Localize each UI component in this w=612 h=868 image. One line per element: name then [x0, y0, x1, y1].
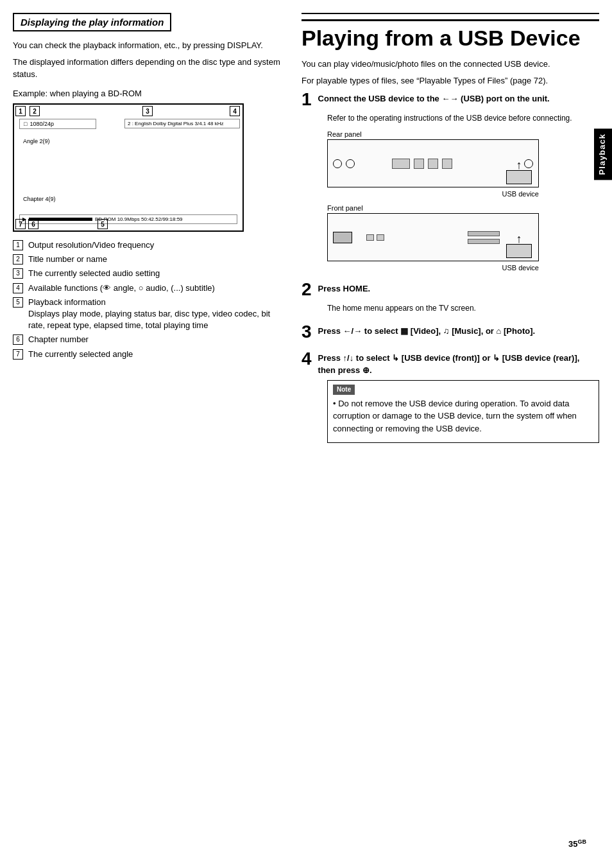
note-text: • Do not remove the USB device during op… [333, 397, 593, 435]
badge-7: 7 [15, 219, 26, 229]
badge-3: 3 [142, 106, 153, 116]
port-4 [442, 159, 452, 169]
item-badge-6: 6 [13, 334, 23, 345]
progress-text: BD-ROM 10.9Mbps 50:42.52/99:18:59 [95, 216, 183, 222]
front-port-3 [377, 234, 384, 241]
left-para2: The displayed information differs depend… [13, 56, 282, 81]
badge-2: 2 [30, 106, 40, 116]
badge-1: 1 [15, 106, 26, 116]
rear-panel-label: Rear panel [327, 130, 599, 138]
step-2-body: The home menu appears on the TV screen. [327, 302, 599, 314]
rear-usb-area: ↑ [506, 170, 532, 184]
rear-panel-wrap: Rear panel [327, 130, 599, 198]
left-para1: You can check the playback information, … [13, 39, 282, 52]
step-1-title: Connect the USB device to the ←→ (USB) p… [318, 91, 550, 105]
port-3 [428, 159, 438, 169]
usb-device-label-rear: USB device [327, 190, 539, 198]
list-item-5: 5 Playback information Displays play mod… [13, 297, 282, 332]
progress-bar: ▶ BD-ROM 10.9Mbps 50:42.52/99:18:59 [19, 214, 237, 224]
page-number: 35GB [568, 838, 586, 849]
step-4: 4 Press ↑/↓ to select ↳ [USB device (fro… [302, 350, 599, 443]
rear-right-circle [524, 159, 533, 168]
note-label: Note [333, 385, 355, 395]
step-1-number: 1 [302, 91, 312, 108]
port-2 [414, 159, 424, 169]
circle-r [524, 159, 533, 168]
list-item-6: 6 Chapter number [13, 334, 282, 345]
circle-1 [333, 159, 342, 168]
front-panel-wrap: Front panel [327, 204, 599, 272]
chapter-text: Chapter 4(9) [23, 196, 56, 202]
item-list: 1 Output resolution/Video frequency 2 Ti… [13, 239, 282, 360]
step-4-number: 4 [302, 350, 312, 368]
list-item-2: 2 Title number or name [13, 254, 282, 265]
left-column: Displaying the play information You can … [13, 13, 295, 855]
list-item-4: 4 Available functions (👁 angle, ○ audio,… [13, 282, 282, 294]
front-panel-label: Front panel [327, 204, 599, 212]
front-left-port [333, 232, 352, 243]
front-slot-1 [468, 231, 500, 236]
front-slot-2 [468, 239, 500, 244]
item-text-3: The currently selected audio setting [28, 268, 160, 279]
step-3-number: 3 [302, 323, 312, 341]
intro-para1: You can play video/music/photo files on … [302, 58, 599, 71]
item-badge-2: 2 [13, 254, 23, 265]
side-tab: Playback [594, 128, 612, 180]
step-3-title: Press ←/→ to select ▦ [Video], ♫ [Music]… [318, 323, 536, 337]
usb-connector-front: ↑ [506, 244, 532, 258]
item-text-1: Output resolution/Video frequency [28, 239, 154, 251]
badge-4: 4 [230, 106, 240, 116]
list-item-1: 1 Output resolution/Video frequency [13, 239, 282, 251]
item-badge-7: 7 [13, 349, 23, 360]
step-2-number: 2 [302, 281, 312, 299]
list-item-7: 7 The currently selected angle [13, 349, 282, 360]
front-right-ports [468, 231, 500, 244]
step-2-title: Press HOME. [318, 281, 371, 295]
top-divider [302, 13, 599, 14]
front-port-2 [366, 234, 374, 241]
front-center-ports [366, 234, 384, 241]
hdmi-port-1 [392, 159, 410, 169]
display-diagram: 1 2 3 4 □ 1080/24p 2 : English Dolby Dig… [13, 103, 244, 232]
usb-port-front [506, 244, 532, 258]
section-title: Displaying the play information [13, 13, 171, 31]
usb-up-arrow: ↑ [516, 159, 522, 172]
item-text-7: The currently selected angle [28, 349, 133, 360]
step-1: 1 Connect the USB device to the ←→ (USB)… [302, 91, 599, 272]
item-badge-1: 1 [13, 240, 23, 250]
usb-front-up-arrow: ↑ [516, 232, 522, 246]
example-label: Example: when playing a BD-ROM [13, 87, 282, 100]
item-text-5: Playback information Displays play mode,… [28, 297, 282, 332]
badge-5: 5 [98, 219, 108, 229]
main-title: Playing from a USB Device [302, 19, 599, 50]
step-1-body: Refer to the operating instructions of t… [327, 112, 599, 124]
front-usb-area: ↑ [506, 244, 532, 258]
audio-text: 2 : English Dolby Digital Plus 3/4.1 48 … [128, 121, 237, 126]
step-3: 3 Press ←/→ to select ▦ [Video], ♫ [Musi… [302, 323, 599, 341]
usb-port-rear [506, 170, 532, 184]
rear-panel-drawing: ↑ [327, 139, 539, 187]
front-panel-drawing: ↑ [327, 213, 539, 261]
usb-device-label-front: USB device [327, 264, 539, 272]
rear-panel-circles [333, 159, 355, 168]
item-text-4: Available functions (👁 angle, ○ audio, (… [28, 282, 215, 294]
item-badge-4: 4 [13, 283, 23, 293]
resolution-text: 1080/24p [30, 121, 54, 127]
right-column: Playback Playing from a USB Device You c… [295, 13, 599, 855]
info-box-left: □ 1080/24p [19, 119, 96, 129]
front-port-1 [333, 232, 352, 243]
angle-text: Angle 2(9) [23, 138, 50, 144]
item-text-2: Title number or name [28, 254, 107, 265]
badge-6: 6 [28, 219, 38, 229]
circle-2 [346, 159, 355, 168]
step-2: 2 Press HOME. The home menu appears on t… [302, 281, 599, 314]
rear-center-ports [392, 159, 452, 169]
item-text-6: Chapter number [28, 334, 89, 345]
usb-connector-rear: ↑ [506, 170, 532, 184]
step-4-title: Press ↑/↓ to select ↳ [USB device (front… [318, 350, 599, 376]
list-item-3: 3 The currently selected audio setting [13, 268, 282, 279]
note-box: Note • Do not remove the USB device duri… [327, 380, 599, 444]
item-badge-5: 5 [13, 297, 23, 308]
intro-para2: For playable types of files, see “Playab… [302, 74, 599, 87]
item-badge-3: 3 [13, 268, 23, 279]
